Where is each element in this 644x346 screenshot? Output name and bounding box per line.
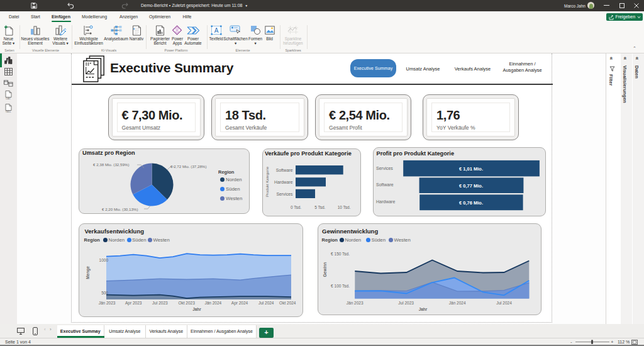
svg-text:€ 0,77 Mio.: € 0,77 Mio.	[459, 183, 483, 189]
svg-text:€ 1,01 Mio.: € 1,01 Mio.	[459, 166, 483, 172]
svg-text:€ 0,76 Mio.: € 0,76 Mio.	[459, 200, 483, 206]
svg-text:A: A	[214, 26, 218, 33]
svg-text:DAX: DAX	[6, 98, 11, 100]
svg-text:TMDL: TMDL	[6, 111, 11, 113]
